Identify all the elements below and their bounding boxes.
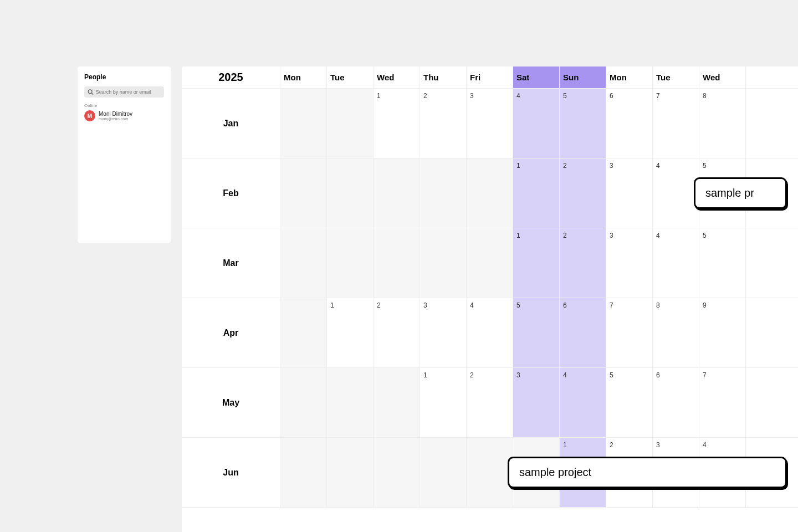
- month-row-mar: Mar12345: [182, 228, 798, 298]
- day-cell[interactable]: [280, 228, 327, 298]
- day-header-wed-9: Wed: [699, 66, 746, 88]
- user-email: mony@miro.com: [99, 117, 132, 121]
- day-cell[interactable]: 5: [513, 298, 560, 367]
- day-cell[interactable]: 2: [560, 228, 606, 298]
- day-cell[interactable]: 4: [467, 298, 513, 367]
- day-header-fri-4: Fri: [467, 66, 513, 88]
- year-label: 2025: [182, 66, 280, 88]
- month-label-jun: Jun: [182, 438, 280, 507]
- month-row-apr: Apr123456789: [182, 298, 798, 368]
- day-cell[interactable]: [467, 158, 513, 228]
- day-cell[interactable]: [280, 89, 327, 158]
- day-header-mon-7: Mon: [606, 66, 653, 88]
- day-cell[interactable]: 3: [606, 228, 653, 298]
- day-header-mon-0: Mon: [280, 66, 327, 88]
- day-cell[interactable]: 2: [374, 298, 420, 367]
- month-row-may: May1234567: [182, 368, 798, 438]
- people-title: People: [84, 73, 164, 81]
- day-cell[interactable]: 1: [513, 228, 560, 298]
- day-header-tue-1: Tue: [327, 66, 374, 88]
- month-row-jan: Jan12345678: [182, 89, 798, 158]
- day-cell[interactable]: 1: [513, 158, 560, 228]
- month-label-jan: Jan: [182, 89, 280, 158]
- day-cell[interactable]: [420, 158, 467, 228]
- user-row[interactable]: M Moni Dimitrov mony@miro.com: [84, 110, 164, 121]
- search-wrap[interactable]: [84, 86, 164, 98]
- day-cell[interactable]: 4: [513, 89, 560, 158]
- avatar: M: [84, 110, 95, 121]
- day-cell[interactable]: [327, 228, 374, 298]
- day-cell[interactable]: 3: [467, 89, 513, 158]
- month-label-may: May: [182, 368, 280, 437]
- day-cell[interactable]: [280, 368, 327, 437]
- calendar-body: Jan12345678Feb12345Mar12345Apr123456789M…: [182, 89, 798, 508]
- day-cell[interactable]: 1: [420, 368, 467, 437]
- day-cell[interactable]: 1: [327, 298, 374, 367]
- day-cell[interactable]: [280, 158, 327, 228]
- day-cell[interactable]: 2: [420, 89, 467, 158]
- day-cell[interactable]: 4: [653, 228, 699, 298]
- day-cell[interactable]: [327, 368, 374, 437]
- day-cell[interactable]: 8: [653, 298, 699, 367]
- day-header-wed-2: Wed: [374, 66, 420, 88]
- day-cell[interactable]: [420, 438, 467, 507]
- day-cell[interactable]: 4: [560, 368, 606, 437]
- calendar-header: 2025 MonTueWedThuFriSatSunMonTueWed: [182, 66, 798, 89]
- day-cell[interactable]: 6: [560, 298, 606, 367]
- day-cell[interactable]: 7: [606, 298, 653, 367]
- search-icon: [88, 89, 94, 95]
- day-header-sat-5: Sat: [513, 66, 560, 88]
- day-cell[interactable]: 6: [606, 89, 653, 158]
- day-header-sun-6: Sun: [560, 66, 606, 88]
- people-panel: People Online M Moni Dimitrov mony@miro.…: [78, 66, 171, 243]
- day-cell[interactable]: 2: [467, 368, 513, 437]
- day-cell[interactable]: [420, 228, 467, 298]
- day-cell[interactable]: [327, 158, 374, 228]
- day-cell[interactable]: [467, 438, 513, 507]
- day-cell[interactable]: 9: [699, 298, 746, 367]
- day-cell[interactable]: [327, 89, 374, 158]
- online-label: Online: [84, 103, 164, 108]
- day-cell[interactable]: 8: [699, 89, 746, 158]
- day-header-thu-3: Thu: [420, 66, 467, 88]
- day-cell[interactable]: 3: [513, 368, 560, 437]
- day-cell[interactable]: [280, 438, 327, 507]
- event-card[interactable]: sample project: [508, 457, 787, 488]
- day-cell[interactable]: 7: [699, 368, 746, 437]
- day-cell[interactable]: 7: [653, 89, 699, 158]
- month-label-mar: Mar: [182, 228, 280, 298]
- day-cell[interactable]: [374, 158, 420, 228]
- day-cell[interactable]: 4: [653, 158, 699, 228]
- day-cell[interactable]: [280, 298, 327, 367]
- month-label-feb: Feb: [182, 158, 280, 228]
- day-cell[interactable]: 3: [420, 298, 467, 367]
- day-cell[interactable]: 1: [374, 89, 420, 158]
- month-label-apr: Apr: [182, 298, 280, 367]
- day-cell[interactable]: [327, 438, 374, 507]
- day-cell[interactable]: [374, 368, 420, 437]
- day-cell[interactable]: [374, 438, 420, 507]
- day-cell[interactable]: 6: [653, 368, 699, 437]
- day-cell[interactable]: 5: [606, 368, 653, 437]
- day-cell[interactable]: [374, 228, 420, 298]
- day-cell[interactable]: [467, 228, 513, 298]
- svg-point-0: [88, 90, 92, 94]
- day-cell[interactable]: 5: [560, 89, 606, 158]
- svg-line-1: [91, 93, 93, 95]
- event-card[interactable]: sample pr: [694, 177, 787, 209]
- day-cell[interactable]: 2: [560, 158, 606, 228]
- day-cell[interactable]: 5: [699, 228, 746, 298]
- people-search-input[interactable]: [96, 89, 161, 95]
- calendar: 2025 MonTueWedThuFriSatSunMonTueWed Jan1…: [182, 66, 798, 532]
- user-name: Moni Dimitrov: [99, 111, 132, 117]
- day-header-tue-8: Tue: [653, 66, 699, 88]
- day-cell[interactable]: 3: [606, 158, 653, 228]
